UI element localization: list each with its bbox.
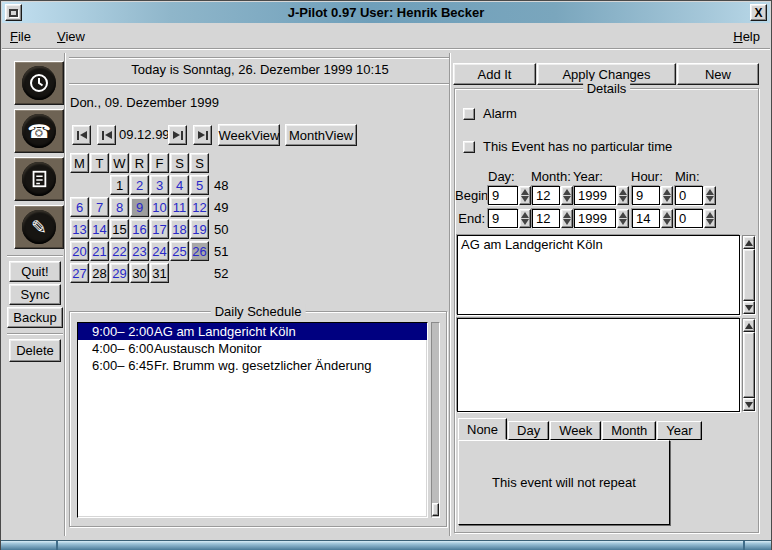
end-month-input[interactable] [532,209,560,228]
prev-month-button[interactable] [97,125,116,145]
begin-min-spinner[interactable] [704,186,716,205]
begin-day-spinner[interactable] [519,186,531,205]
menu-file[interactable]: File [10,29,31,44]
calendar-day-2[interactable]: 2 [130,175,149,195]
weekview-button[interactable]: WeekView [218,124,280,146]
tab-day[interactable]: Day [508,421,549,440]
calendar-day-header-T[interactable]: T [90,153,109,173]
calendar-day-1[interactable]: 1 [110,175,129,195]
schedule-scrollbar[interactable] [431,322,440,518]
calendar-day-24[interactable]: 24 [150,241,169,261]
begin-year-spinner[interactable] [617,186,629,205]
end-min-spinner[interactable] [704,209,716,228]
calendar-day-header-F[interactable]: F [150,153,169,173]
calendar-day-6[interactable]: 6 [70,197,89,217]
add-it-button[interactable]: Add It [453,63,536,85]
begin-min-input[interactable] [675,186,703,205]
calendar-day-7[interactable]: 7 [90,197,109,217]
note-scrollbar-down-icon[interactable] [743,398,755,411]
begin-hour-spinner[interactable] [661,186,673,205]
calendar-day-17[interactable]: 17 [150,219,169,239]
end-day-input[interactable] [488,209,518,228]
delete-button[interactable]: Delete [9,339,61,362]
note-scrollbar[interactable] [742,318,756,412]
calendar-day-header-R[interactable]: R [130,153,149,173]
schedule-scrollbar-thumb[interactable] [432,503,439,516]
calendar-day-9[interactable]: 9 [130,197,149,217]
window-bottom-bar[interactable] [1,540,771,550]
end-month-spinner[interactable] [561,209,573,228]
note-scrollbar-thumb[interactable] [743,332,755,398]
monthview-button[interactable]: MonthView [285,124,357,146]
quit-button[interactable]: Quit! [9,261,61,282]
tab-month[interactable]: Month [602,421,656,440]
calendar-day-3[interactable]: 3 [150,175,169,195]
backup-button[interactable]: Backup [7,307,63,328]
calendar-day-23[interactable]: 23 [130,241,149,261]
close-button[interactable]: X [750,4,767,21]
end-day-spinner[interactable] [519,209,531,228]
description-textarea[interactable]: AG am Landgericht Köln [457,235,740,315]
calendar-day-14[interactable]: 14 [90,219,109,239]
schedule-row[interactable]: 9:00– 2:00AG am Landgericht Köln [78,323,427,340]
next-year-button[interactable] [193,125,212,145]
begin-hour-input[interactable] [632,186,660,205]
calendar-day-5[interactable]: 5 [190,175,209,195]
calendar-day-header-M[interactable]: M [70,153,89,173]
begin-year-input[interactable] [574,186,616,205]
begin-day-input[interactable] [488,186,518,205]
no-time-checkbox[interactable] [463,141,475,153]
calendar-day-26[interactable]: 26 [190,241,209,261]
titlebar[interactable]: J-Pilot 0.97 User: Henrik Becker X [2,2,770,23]
menu-view[interactable]: View [57,29,85,44]
calendar-day-28[interactable]: 28 [90,263,109,283]
description-scrollbar-thumb[interactable] [743,249,755,301]
description-scrollbar[interactable] [742,235,756,315]
calendar-day-15[interactable]: 15 [110,219,129,239]
datebook-button[interactable] [14,61,64,105]
schedule-row[interactable]: 4:00– 6:00Austausch Monitor [78,340,427,357]
calendar-day-30[interactable]: 30 [130,263,149,283]
description-scrollbar-down-icon[interactable] [743,301,755,314]
end-hour-input[interactable] [632,209,660,228]
end-year-spinner[interactable] [617,209,629,228]
alarm-checkbox[interactable] [463,108,475,120]
calendar-day-29[interactable]: 29 [110,263,129,283]
tab-none[interactable]: None [458,418,507,440]
calendar-day-13[interactable]: 13 [70,219,89,239]
schedule-list[interactable]: 9:00– 2:00AG am Landgericht Köln4:00– 6:… [77,322,428,518]
calendar-day-header-W[interactable]: W [110,153,129,173]
next-month-button[interactable] [168,125,187,145]
calendar-day-19[interactable]: 19 [190,219,209,239]
sync-button[interactable]: Sync [9,284,61,305]
memo-button[interactable]: ✎ [14,205,64,249]
calendar-day-22[interactable]: 22 [110,241,129,261]
calendar-day-header-S[interactable]: S [190,153,209,173]
address-button[interactable]: ☎ [14,109,64,153]
end-year-input[interactable] [574,209,616,228]
calendar-day-12[interactable]: 12 [190,197,209,217]
calendar-day-10[interactable]: 10 [150,197,169,217]
tab-week[interactable]: Week [550,421,601,440]
menu-help[interactable]: Help [733,29,760,44]
description-scrollbar-up-icon[interactable] [743,236,755,249]
note-scrollbar-up-icon[interactable] [743,319,755,332]
tab-year[interactable]: Year [657,421,701,440]
calendar-day-8[interactable]: 8 [110,197,129,217]
calendar-day-4[interactable]: 4 [170,175,189,195]
calendar-day-27[interactable]: 27 [70,263,89,283]
new-button[interactable]: New [677,63,759,85]
calendar-day-31[interactable]: 31 [150,263,169,283]
calendar-day-20[interactable]: 20 [70,241,89,261]
calendar-day-21[interactable]: 21 [90,241,109,261]
todo-button[interactable] [14,157,64,201]
begin-month-spinner[interactable] [561,186,573,205]
note-textarea[interactable] [457,318,740,412]
window-menu-button[interactable] [5,4,22,21]
calendar-day-25[interactable]: 25 [170,241,189,261]
calendar-day-11[interactable]: 11 [170,197,189,217]
begin-month-input[interactable] [532,186,560,205]
end-hour-spinner[interactable] [661,209,673,228]
calendar-day-header-S[interactable]: S [170,153,189,173]
calendar-day-16[interactable]: 16 [130,219,149,239]
